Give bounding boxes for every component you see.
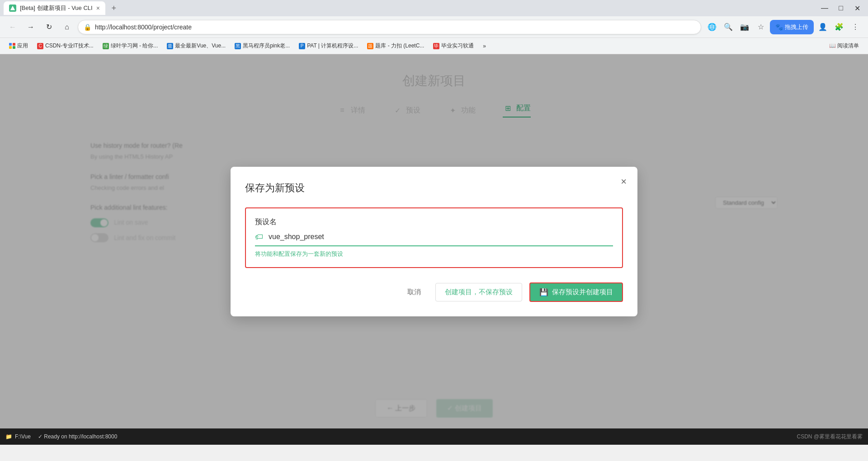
- page-content: 创建新项目 ≡ 详情 ✓ 预设 ✦ 功能 ⊞ 配置 Use history: [0, 54, 868, 445]
- browser-navigation-bar: ← → ↻ ⌂ 🔒 http://localhost:8000/project/…: [0, 16, 868, 38]
- menu-button[interactable]: ⋮: [848, 20, 863, 34]
- bookmark-pat-label: PAT | 计算机程序设...: [307, 42, 358, 50]
- forward-button[interactable]: →: [24, 20, 38, 34]
- user-signature: CSDN @雾里看花花里看雾: [797, 433, 863, 441]
- reading-list[interactable]: 📖 阅读清单: [826, 40, 863, 52]
- graduate-icon: 毕: [433, 43, 439, 49]
- bookmark-graduate[interactable]: 毕 毕业实习软通: [429, 40, 477, 52]
- modal-dialog: 保存为新预设 × 预设名 🏷 将功能和配置保存为一套新的预设 取消 创建项目，不…: [231, 167, 637, 316]
- vue-cli-page: 创建新项目 ≡ 详情 ✓ 预设 ✦ 功能 ⊞ 配置 Use history: [0, 54, 868, 445]
- cancel-button[interactable]: 取消: [400, 284, 428, 300]
- bookmark-apps-label: 应用: [17, 42, 28, 50]
- bookmark-vue[interactable]: 最 最全最新Vue、Vue...: [163, 40, 229, 52]
- modal-overlay: 保存为新预设 × 预设名 🏷 将功能和配置保存为一套新的预设 取消 创建项目，不…: [0, 54, 868, 428]
- back-button[interactable]: ←: [5, 20, 20, 34]
- save-and-create-button[interactable]: 💾 保存预设并创建项目: [529, 282, 623, 302]
- preset-name-input[interactable]: [269, 233, 613, 241]
- bookmark-pat[interactable]: P PAT | 计算机程序设...: [295, 40, 362, 52]
- extension-button[interactable]: 🐾 拖拽上传: [770, 20, 814, 34]
- apps-grid-icon: [9, 43, 15, 49]
- bookmark-more-label: »: [483, 43, 486, 49]
- browser-actions: 🌐 🔍 📷 ☆ 🐾 拖拽上传 👤 🧩 ⋮: [705, 20, 863, 34]
- tag-icon: 🏷: [255, 232, 263, 242]
- folder-icon: 📁: [5, 433, 12, 440]
- ready-label: ✓ Ready on http://localhost:8000: [38, 433, 117, 440]
- home-button[interactable]: ⌂: [60, 20, 74, 34]
- close-window-button[interactable]: ✕: [850, 1, 864, 15]
- maximize-button[interactable]: □: [834, 1, 848, 15]
- refresh-button[interactable]: ↻: [42, 20, 56, 34]
- bookmark-lvye[interactable]: 绿 绿叶学习网 - 给你...: [99, 40, 162, 52]
- ready-status: ✓ Ready on http://localhost:8000: [38, 433, 117, 440]
- folder-path: F:\Vue: [15, 433, 31, 440]
- bookmark-csdn-label: CSDN-专业IT技术...: [45, 42, 94, 50]
- save-and-create-label: 保存预设并创建项目: [552, 288, 613, 296]
- screenshot-button[interactable]: 📷: [737, 20, 752, 34]
- tab-title: [Beta] 创建新项目 - Vue CLI: [20, 4, 93, 12]
- save-disk-icon: 💾: [539, 288, 548, 296]
- preset-input-label: 预设名: [255, 217, 613, 227]
- tab-favicon: [9, 5, 16, 12]
- heima-icon: 黑: [235, 43, 241, 49]
- csdn-icon: C: [37, 43, 43, 49]
- folder-status: 📁 F:\Vue: [5, 433, 31, 440]
- preset-input-wrapper: 🏷: [255, 232, 613, 246]
- browser-chrome: [Beta] 创建新项目 - Vue CLI × + — □ ✕ ← → ↻ ⌂…: [0, 0, 868, 54]
- tab-close-button[interactable]: ×: [96, 5, 100, 12]
- no-save-button[interactable]: 创建项目，不保存预设: [435, 283, 522, 301]
- bookmarks-bar: 应用 C CSDN-专业IT技术... 绿 绿叶学习网 - 给你... 最 最全…: [0, 38, 868, 54]
- bookmark-csdn[interactable]: C CSDN-专业IT技术...: [33, 40, 97, 52]
- bookmark-vue-label: 最全最新Vue、Vue...: [175, 42, 226, 50]
- extension-label: 拖拽上传: [785, 23, 808, 31]
- bookmark-heima-label: 黑马程序员pink老...: [243, 42, 290, 50]
- modal-title: 保存为新预设: [245, 181, 623, 195]
- svg-marker-0: [10, 6, 15, 10]
- vue-bookmark-icon: 最: [167, 43, 173, 49]
- browser-title-bar: [Beta] 创建新项目 - Vue CLI × + — □ ✕: [0, 0, 868, 16]
- bookmark-leetcode-label: 题库 - 力扣 (LeetC...: [375, 42, 424, 50]
- bookmark-leetcode[interactable]: 题 题库 - 力扣 (LeetC...: [363, 40, 428, 52]
- new-tab-button[interactable]: +: [107, 1, 121, 15]
- translate-button[interactable]: 🌐: [705, 20, 719, 34]
- modal-close-button[interactable]: ×: [621, 176, 627, 188]
- lvye-icon: 绿: [103, 43, 109, 49]
- address-bar[interactable]: 🔒 http://localhost:8000/project/create: [78, 20, 701, 34]
- status-bar: 📁 F:\Vue ✓ Ready on http://localhost:800…: [0, 428, 868, 445]
- url-text: http://localhost:8000/project/create: [95, 24, 192, 31]
- bookmark-apps[interactable]: 应用: [5, 40, 32, 52]
- modal-actions: 取消 创建项目，不保存预设 💾 保存预设并创建项目: [245, 282, 623, 302]
- extension-icon: 🐾: [775, 24, 783, 31]
- extensions-button[interactable]: 🧩: [832, 20, 846, 34]
- bookmark-button[interactable]: ☆: [754, 20, 768, 34]
- leetcode-icon: 题: [367, 43, 373, 49]
- zoom-button[interactable]: 🔍: [721, 20, 736, 34]
- pat-icon: P: [299, 43, 305, 49]
- lock-icon: 🔒: [84, 24, 91, 31]
- minimize-button[interactable]: —: [817, 1, 832, 15]
- user-account-button[interactable]: 👤: [816, 20, 830, 34]
- preset-input-section: 预设名 🏷 将功能和配置保存为一套新的预设: [245, 207, 623, 268]
- bookmark-more[interactable]: »: [479, 41, 490, 51]
- preset-hint: 将功能和配置保存为一套新的预设: [255, 250, 613, 258]
- bookmark-graduate-label: 毕业实习软通: [441, 42, 474, 50]
- bookmark-lvye-label: 绿叶学习网 - 给你...: [111, 42, 158, 50]
- browser-tab[interactable]: [Beta] 创建新项目 - Vue CLI ×: [4, 1, 105, 15]
- bookmark-heima[interactable]: 黑 黑马程序员pink老...: [231, 40, 293, 52]
- reading-list-label: 📖 阅读清单: [829, 42, 859, 50]
